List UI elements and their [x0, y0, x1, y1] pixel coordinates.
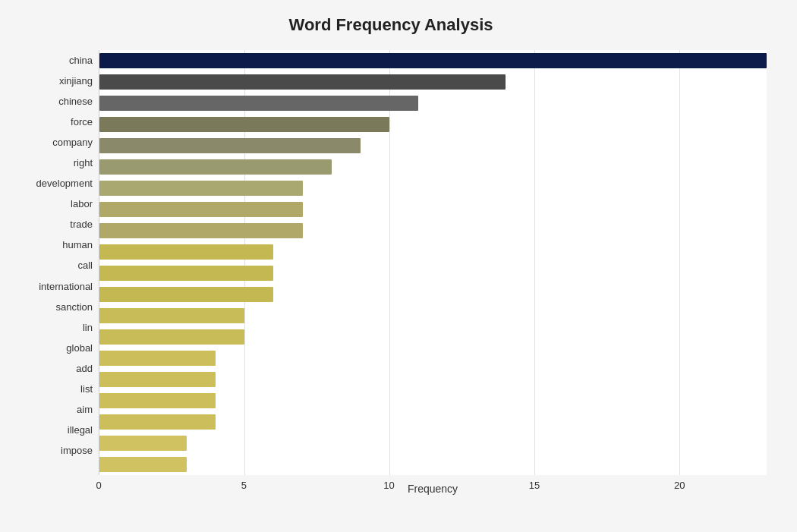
y-axis-label: right: [74, 153, 93, 173]
x-axis-tick: 15: [529, 480, 540, 491]
bar: [99, 329, 244, 345]
chart-container: Word Frequency Analysis chinaxinjiangchi…: [0, 0, 797, 532]
x-axis-tick: 0: [96, 480, 101, 491]
x-axis-labels: 05101520: [99, 475, 767, 480]
bar-row: [99, 156, 767, 178]
bar-row: [99, 114, 767, 135]
y-axis-label: sanction: [56, 297, 93, 317]
y-labels: chinaxinjiangchineseforcecompanyrightdev…: [15, 50, 99, 461]
y-axis-label: development: [36, 173, 93, 194]
bar: [99, 223, 303, 238]
bar-row: [99, 454, 767, 475]
bar-row: [99, 220, 767, 241]
bar-row: [99, 369, 767, 390]
y-axis-label: international: [39, 276, 93, 297]
bar-row: [99, 284, 767, 305]
bar: [99, 159, 332, 175]
y-axis-label: global: [66, 338, 93, 358]
bar: [99, 372, 216, 387]
bars-and-xaxis: 05101520 Frequency: [99, 50, 767, 461]
y-axis-label: xinjiang: [59, 71, 93, 91]
y-axis-label: impose: [61, 440, 93, 461]
bar: [99, 266, 273, 281]
bar-row: [99, 93, 767, 114]
bar: [99, 457, 187, 472]
bar-row: [99, 71, 767, 93]
x-axis-tick: 10: [383, 480, 394, 491]
x-axis-title: Frequency: [99, 483, 767, 495]
y-axis-label: chinese: [58, 91, 93, 112]
bar: [99, 244, 273, 260]
bar-row: [99, 348, 767, 369]
y-axis-label: aim: [77, 399, 93, 420]
y-axis-label: human: [62, 235, 93, 255]
bar-row: [99, 135, 767, 156]
y-axis-label: call: [77, 255, 93, 275]
bar-row: [99, 433, 767, 454]
bar: [99, 96, 418, 111]
bar: [99, 436, 187, 451]
bar-row: [99, 263, 767, 284]
x-axis-tick: 20: [674, 480, 685, 491]
y-axis-label: china: [69, 50, 93, 71]
bar-row: [99, 305, 767, 326]
bar-row: [99, 390, 767, 411]
y-axis-label: trade: [70, 214, 93, 235]
bar: [99, 53, 767, 68]
bar: [99, 74, 506, 90]
y-axis-label: force: [71, 112, 93, 132]
bar-row: [99, 411, 767, 433]
y-axis-label: add: [76, 358, 93, 379]
bar: [99, 202, 303, 217]
bar-row: [99, 178, 767, 199]
y-axis-label: list: [80, 379, 93, 399]
x-axis-tick: 5: [241, 480, 247, 491]
bar: [99, 138, 361, 153]
y-axis-label: illegal: [68, 420, 93, 440]
chart-title: Word Frequency Analysis: [15, 15, 767, 35]
bars-section: [99, 50, 767, 475]
bar-row: [99, 199, 767, 220]
y-axis-label: lin: [83, 317, 93, 338]
y-axis-label: labor: [71, 194, 93, 214]
bar-row: [99, 326, 767, 348]
bar-row: [99, 241, 767, 263]
bar: [99, 181, 303, 196]
chart-area: chinaxinjiangchineseforcecompanyrightdev…: [15, 50, 767, 461]
bar: [99, 308, 244, 323]
y-axis-label: company: [52, 132, 93, 153]
bar-row: [99, 50, 767, 71]
bar: [99, 393, 216, 408]
bar: [99, 287, 273, 302]
bar: [99, 414, 216, 430]
bar: [99, 351, 216, 366]
bar: [99, 117, 389, 132]
